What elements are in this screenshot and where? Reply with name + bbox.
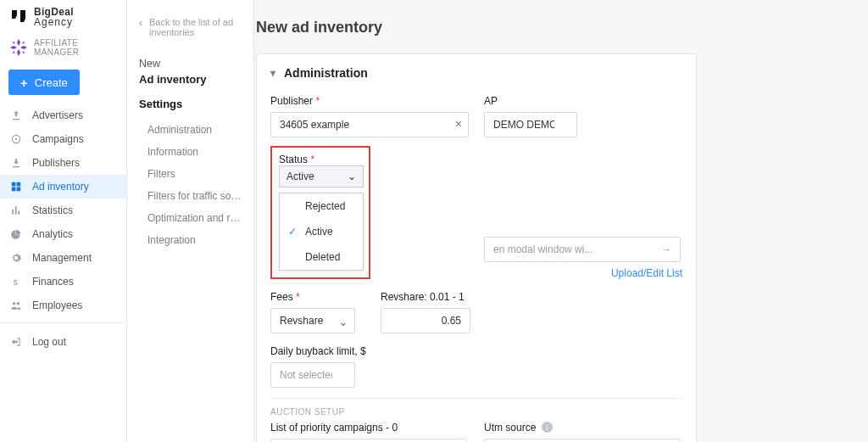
chevron-left-icon: ‹: [139, 17, 142, 37]
nav-label: Analytics: [32, 228, 73, 240]
status-option-rejected[interactable]: Rejected: [280, 193, 363, 219]
priority-label: List of priority campaigns - 0: [270, 422, 467, 434]
nav-label: Finances: [32, 276, 74, 288]
check-icon: ✓: [288, 226, 298, 238]
back-link[interactable]: ‹ Back to the list of ad inventories: [139, 17, 243, 37]
settings-item-optimization[interactable]: Optimization and rules: [139, 207, 243, 229]
info-icon: i: [542, 422, 553, 433]
nav-ad-inventory[interactable]: Ad inventory: [0, 175, 126, 199]
svg-marker-4: [13, 42, 15, 44]
revshare-label: Revshare: 0.01 - 1: [381, 291, 482, 303]
status-option-active[interactable]: ✓Active: [280, 219, 363, 244]
chevron-down-icon: ⌄: [348, 171, 356, 182]
status-select[interactable]: Active ⌄: [279, 165, 364, 187]
nav-management[interactable]: Management: [0, 246, 126, 270]
settings-item-filters-traffic[interactable]: Filters for traffic sour...: [139, 185, 243, 207]
chevron-down-icon[interactable]: ⌄: [338, 316, 348, 327]
nav-publishers[interactable]: Publishers: [0, 151, 126, 175]
nav-campaigns[interactable]: Campaigns: [0, 127, 126, 151]
settings-item-information[interactable]: Information: [139, 141, 243, 163]
logout-button[interactable]: Log out: [0, 328, 126, 355]
settings-supertitle: New: [139, 58, 243, 70]
nav-label: Management: [32, 252, 92, 264]
caret-down-icon: ▾: [270, 67, 275, 79]
brand-logo: BigDeal Agency: [0, 0, 126, 34]
utm-select[interactable]: [484, 439, 681, 442]
daily-buyback-input[interactable]: [270, 362, 355, 388]
nav-label: Ad inventory: [32, 181, 89, 193]
bars-icon: [8, 204, 24, 217]
nav-label: Employees: [32, 299, 82, 311]
publisher-label: Publisher *: [270, 95, 469, 107]
auction-setup: AUCTION SETUP List of priority campaigns…: [270, 398, 682, 442]
priority-input[interactable]: [270, 439, 467, 442]
ap-input[interactable]: [484, 112, 577, 137]
role-label: AFFILIATE MANAGER: [34, 38, 118, 57]
plus-icon: +: [20, 76, 28, 90]
settings-title: Ad inventory: [139, 73, 243, 86]
arrow-right-icon: →: [661, 243, 671, 255]
status-highlight-box: Status * Active ⌄ Rejected ✓Active Delet…: [270, 146, 370, 279]
daily-buyback-field: Daily buyback limit, $: [270, 345, 372, 388]
open-modal-button[interactable]: en modal window wi... →: [484, 237, 681, 262]
priority-campaigns-field: List of priority campaigns - 0 → Copy: [270, 422, 467, 442]
nav-advertisers[interactable]: Advertisers: [0, 104, 126, 127]
publisher-input[interactable]: [270, 112, 469, 137]
logout-label: Log out: [32, 336, 66, 348]
svg-marker-1: [10, 46, 17, 49]
status-dropdown: Rejected ✓Active Deleted: [279, 193, 364, 271]
avatar-icon: [8, 37, 29, 58]
grid-icon: [8, 180, 24, 193]
gear-icon: [8, 251, 24, 265]
people-icon: [8, 299, 24, 312]
svg-text:$: $: [14, 278, 19, 287]
main-nav: Advertisers Campaigns Publishers Ad inve…: [0, 104, 126, 317]
auction-label: AUCTION SETUP: [270, 407, 682, 417]
pie-icon: [8, 227, 24, 241]
svg-marker-2: [20, 46, 27, 49]
settings-item-administration[interactable]: Administration: [139, 119, 243, 141]
upload-icon: [8, 109, 24, 122]
status-option-deleted[interactable]: Deleted: [280, 244, 363, 270]
nav-label: Publishers: [32, 157, 80, 169]
section-title: Administration: [284, 66, 368, 80]
status-field: Status * Active ⌄ Rejected ✓Active Delet…: [270, 146, 469, 279]
settings-sidebar: ‹ Back to the list of ad inventories New…: [127, 0, 254, 442]
logo-icon: [8, 7, 29, 27]
utm-source-field: Utm source i ⌄: [484, 422, 681, 442]
role-row: AFFILIATE MANAGER: [0, 34, 126, 66]
status-selected-label: Active: [287, 171, 314, 182]
daily-buyback-label: Daily buyback limit, $: [270, 345, 372, 357]
ip-whitelist-area: en modal window wi... → Upload/Edit List: [484, 146, 682, 279]
nav-label: Advertisers: [32, 109, 83, 121]
settings-item-integration[interactable]: Integration: [139, 229, 243, 251]
svg-marker-5: [22, 42, 25, 44]
svg-marker-6: [13, 51, 15, 53]
settings-heading: Settings: [139, 98, 243, 110]
page-title: New ad inventory: [254, 0, 868, 53]
revshare-field: Revshare: 0.01 - 1: [381, 291, 482, 333]
nav-divider: [0, 322, 126, 323]
fees-field: Fees * ⌄: [270, 291, 364, 333]
brand-text: BigDeal Agency: [34, 7, 74, 27]
section-header[interactable]: ▾ Administration: [270, 66, 682, 80]
nav-analytics[interactable]: Analytics: [0, 222, 126, 246]
create-button[interactable]: + Create: [8, 70, 80, 95]
upload-edit-list-link[interactable]: Upload/Edit List: [484, 267, 682, 279]
settings-item-filters[interactable]: Filters: [139, 163, 243, 185]
download-icon: [8, 156, 24, 170]
publisher-field: Publisher * ×: [270, 95, 469, 137]
revshare-input[interactable]: [381, 308, 470, 333]
svg-marker-0: [17, 39, 20, 46]
nav-label: Campaigns: [32, 133, 84, 145]
nav-label: Statistics: [32, 204, 73, 216]
clear-icon[interactable]: ×: [455, 117, 462, 131]
fees-label: Fees *: [270, 291, 364, 303]
nav-employees[interactable]: Employees: [0, 294, 126, 317]
logout-icon: [8, 335, 24, 349]
nav-finances[interactable]: $Finances: [0, 270, 126, 294]
status-label: Status *: [279, 154, 314, 165]
utm-label: Utm source i: [484, 422, 681, 434]
administration-panel: ▾ Administration Publisher * × AP: [256, 53, 697, 442]
nav-statistics[interactable]: Statistics: [0, 199, 126, 222]
